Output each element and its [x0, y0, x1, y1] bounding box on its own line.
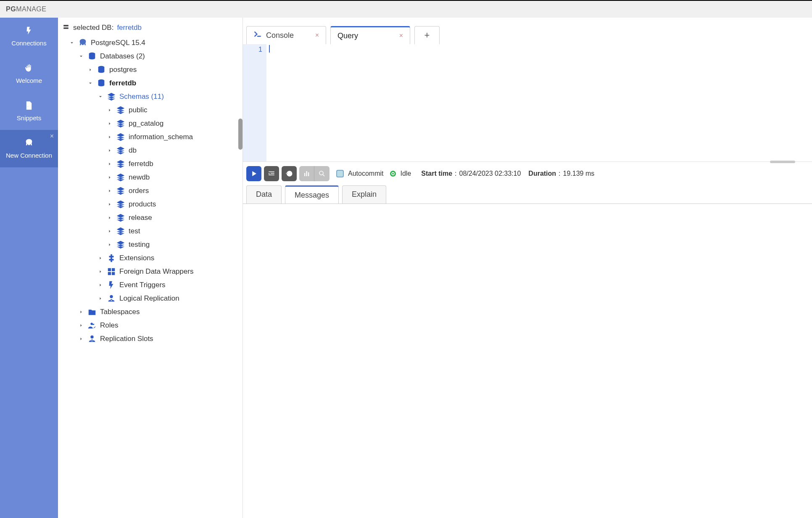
- chevron-right-icon: [107, 135, 113, 140]
- result-tab-explain[interactable]: Explain: [342, 185, 386, 204]
- layers-icon: [116, 132, 125, 142]
- layers-icon: [116, 106, 125, 115]
- tree-db-child[interactable]: Extensions: [61, 251, 239, 265]
- layers-icon: [116, 173, 125, 182]
- terminal-icon: [253, 30, 262, 41]
- chevron-right-icon: [78, 336, 84, 341]
- line-number: 1: [243, 46, 262, 53]
- cursor: [269, 45, 270, 53]
- tree-label: newdb: [129, 173, 150, 182]
- svg-rect-6: [306, 171, 307, 176]
- start-time-value: 08/24/2023 02:33:10: [459, 170, 521, 177]
- chevron-right-icon: [107, 148, 113, 153]
- file-code-icon: [24, 101, 34, 110]
- left-sidebar: Connections Welcome Snippets × New Conne…: [0, 18, 58, 518]
- layers-icon: [116, 146, 125, 155]
- history-button[interactable]: [282, 166, 297, 181]
- tree-schema-item[interactable]: public: [61, 103, 239, 117]
- autocommit-checkbox[interactable]: [336, 170, 344, 177]
- tree-schema-item[interactable]: newdb: [61, 171, 239, 184]
- tab-query[interactable]: Query ×: [330, 26, 410, 44]
- code-input[interactable]: [266, 44, 812, 161]
- tree-schema-item[interactable]: information_schema: [61, 130, 239, 144]
- tree-schema-item[interactable]: release: [61, 211, 239, 225]
- database-icon: [87, 52, 97, 61]
- tab-console[interactable]: Console ×: [246, 26, 326, 44]
- tree-db-child[interactable]: Event Triggers: [61, 278, 239, 292]
- tree-server-child[interactable]: Roles: [61, 319, 239, 332]
- result-tab-data[interactable]: Data: [246, 185, 282, 204]
- selected-db-name[interactable]: ferretdb: [117, 24, 142, 32]
- tree-label: Replication Slots: [100, 335, 153, 343]
- sidebar-label: New Connection: [6, 152, 52, 159]
- tree-label: pg_catalog: [129, 119, 163, 128]
- tree-db-child[interactable]: Foreign Data Wrappers: [61, 265, 239, 278]
- sidebar-label: Snippets: [17, 114, 41, 122]
- tree-server-child[interactable]: Replication Slots: [61, 332, 239, 346]
- tree-schema-item[interactable]: testing: [61, 238, 239, 251]
- tab-label: Console: [266, 31, 294, 40]
- tree-databases[interactable]: Databases (2): [61, 50, 239, 63]
- duration-label: Duration: [528, 170, 556, 177]
- tree-label: PostgreSQL 15.4: [91, 39, 145, 47]
- chevron-right-icon: [107, 229, 113, 234]
- elephant-icon: [24, 138, 34, 148]
- tree-db-ferretdb[interactable]: ferretdb: [61, 77, 239, 90]
- chevron-right-icon: [107, 121, 113, 126]
- resize-handle[interactable]: [770, 161, 795, 163]
- layers-icon: [116, 186, 125, 196]
- svg-rect-7: [308, 172, 309, 176]
- sidebar-item-connections[interactable]: Connections: [0, 18, 58, 55]
- tab-add[interactable]: +: [414, 26, 440, 44]
- tree-server-child[interactable]: Tablespaces: [61, 305, 239, 319]
- analyze-button[interactable]: [314, 166, 330, 181]
- plus-icon: +: [424, 30, 430, 41]
- close-icon[interactable]: ×: [399, 32, 403, 40]
- tree-schema-item[interactable]: test: [61, 225, 239, 238]
- tree-server[interactable]: PostgreSQL 15.4: [61, 36, 239, 50]
- svg-rect-0: [63, 25, 69, 26]
- node-icon: [87, 321, 97, 330]
- tree-schemas[interactable]: Schemas (11): [61, 90, 239, 103]
- chevron-down-icon: [69, 40, 75, 45]
- selected-db-label: selected DB:: [73, 24, 113, 32]
- results-pane: [243, 204, 812, 518]
- tree-label: Extensions: [119, 254, 154, 262]
- indent-button[interactable]: [264, 166, 279, 181]
- tree-label: testing: [129, 240, 150, 249]
- tree-label: Foreign Data Wrappers: [119, 267, 193, 276]
- sidebar-label: Welcome: [16, 77, 42, 84]
- tree-db-postgres[interactable]: postgres: [61, 63, 239, 77]
- code-editor[interactable]: 1: [243, 44, 812, 162]
- close-icon[interactable]: ×: [315, 32, 319, 39]
- status-text: Idle: [400, 170, 411, 177]
- chevron-right-icon: [107, 242, 113, 247]
- tab-label: Query: [337, 32, 358, 40]
- tree-schema-item[interactable]: db: [61, 144, 239, 157]
- close-icon[interactable]: ×: [50, 132, 54, 140]
- sidebar-item-new-connection[interactable]: × New Connection: [0, 130, 58, 167]
- server-icon: [62, 24, 70, 32]
- tree-label: test: [129, 227, 140, 235]
- svg-point-8: [319, 171, 323, 175]
- database-icon: [97, 65, 106, 74]
- result-tab-messages[interactable]: Messages: [285, 185, 339, 204]
- chevron-right-icon: [78, 309, 84, 314]
- sidebar-item-welcome[interactable]: Welcome: [0, 55, 58, 92]
- tree-label: Roles: [100, 321, 118, 330]
- layers-icon: [116, 227, 125, 236]
- tree-label: ferretdb: [109, 79, 136, 87]
- tree-db-child[interactable]: Logical Replication: [61, 292, 239, 305]
- tree-schema-item[interactable]: pg_catalog: [61, 117, 239, 130]
- sidebar-item-snippets[interactable]: Snippets: [0, 92, 58, 130]
- explain-button[interactable]: [299, 166, 314, 181]
- tree-label: Logical Replication: [119, 294, 179, 303]
- tree-schema-item[interactable]: ferretdb: [61, 157, 239, 171]
- tree-schema-item[interactable]: orders: [61, 184, 239, 198]
- chevron-right-icon: [98, 296, 103, 301]
- node-icon: [107, 280, 116, 290]
- run-button[interactable]: [246, 166, 261, 181]
- tree-label: postgres: [109, 66, 137, 74]
- tree-schema-item[interactable]: products: [61, 198, 239, 211]
- selected-db-bar: selected DB: ferretdb: [61, 22, 239, 34]
